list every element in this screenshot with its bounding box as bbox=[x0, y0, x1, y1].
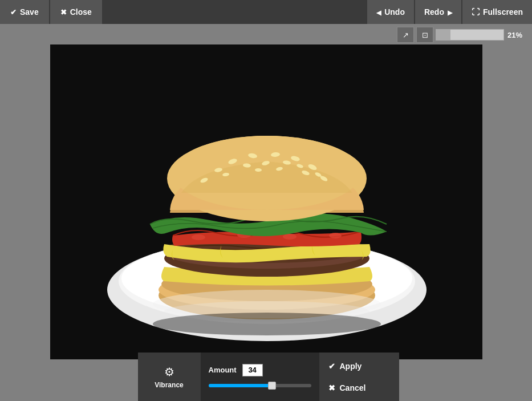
apply-check-icon: ✔ bbox=[328, 362, 335, 371]
second-toolbar: 21% bbox=[392, 24, 532, 46]
canvas-area bbox=[0, 24, 532, 401]
toolbar-left: ✔ Save ✖ Close bbox=[0, 0, 102, 24]
top-toolbar: ✔ Save ✖ Close Undo Redo Fullscreen bbox=[0, 0, 532, 24]
svg-point-35 bbox=[153, 313, 381, 335]
expand-icon bbox=[403, 31, 409, 39]
amount-panel: Amount 34 bbox=[201, 353, 319, 401]
undo-button[interactable]: Undo bbox=[367, 0, 414, 24]
amount-label: Amount bbox=[209, 366, 237, 374]
fit-icon bbox=[422, 31, 428, 39]
image-container bbox=[50, 44, 482, 359]
close-icon: ✖ bbox=[60, 8, 67, 17]
svg-point-12 bbox=[283, 234, 297, 240]
check-icon: ✔ bbox=[10, 8, 17, 17]
save-label: Save bbox=[20, 7, 39, 17]
apply-button[interactable]: ✔ Apply bbox=[319, 356, 399, 376]
burger-image bbox=[50, 44, 482, 359]
vibrance-icon: ⚙ bbox=[164, 365, 174, 379]
vibrance-panel: ⚙ Vibrance bbox=[138, 353, 201, 401]
slider-thumb[interactable] bbox=[268, 382, 276, 390]
undo-label: Undo bbox=[384, 7, 405, 17]
apply-label: Apply bbox=[340, 362, 362, 371]
close-label: Close bbox=[70, 7, 92, 17]
amount-row: Amount 34 bbox=[209, 364, 311, 376]
toolbar-right: Undo Redo Fullscreen bbox=[367, 0, 532, 24]
cancel-x-icon: ✖ bbox=[328, 383, 335, 392]
redo-label: Redo bbox=[424, 7, 444, 17]
cancel-label: Cancel bbox=[340, 383, 366, 392]
zoom-bar-container: 21% bbox=[436, 29, 527, 40]
svg-point-10 bbox=[192, 234, 205, 240]
apply-cancel-panel: ✔ Apply ✖ Cancel bbox=[319, 353, 399, 401]
undo-icon bbox=[376, 7, 381, 17]
zoom-progress-fill bbox=[436, 30, 450, 40]
slider-track bbox=[209, 384, 311, 387]
redo-button[interactable]: Redo bbox=[415, 0, 461, 24]
burger-svg bbox=[50, 44, 482, 359]
cancel-button[interactable]: ✖ Cancel bbox=[319, 378, 399, 398]
fullscreen-button[interactable]: Fullscreen bbox=[462, 0, 532, 24]
fit-button[interactable] bbox=[416, 27, 433, 43]
expand-button[interactable] bbox=[397, 27, 414, 43]
vibrance-label: Vibrance bbox=[155, 381, 183, 389]
slider-fill bbox=[209, 384, 273, 387]
bottom-panel: ⚙ Vibrance Amount 34 ✔ Apply ✖ Cancel bbox=[138, 353, 395, 401]
amount-value[interactable]: 34 bbox=[242, 364, 263, 376]
zoom-progress-bar[interactable] bbox=[436, 29, 504, 40]
svg-point-13 bbox=[329, 233, 342, 238]
slider-container[interactable] bbox=[209, 381, 311, 390]
zoom-label: 21% bbox=[507, 31, 527, 39]
save-button[interactable]: ✔ Save bbox=[0, 0, 49, 24]
close-button[interactable]: ✖ Close bbox=[50, 0, 102, 24]
fullscreen-icon bbox=[472, 7, 480, 17]
fullscreen-label: Fullscreen bbox=[483, 7, 523, 17]
redo-icon bbox=[448, 7, 452, 17]
